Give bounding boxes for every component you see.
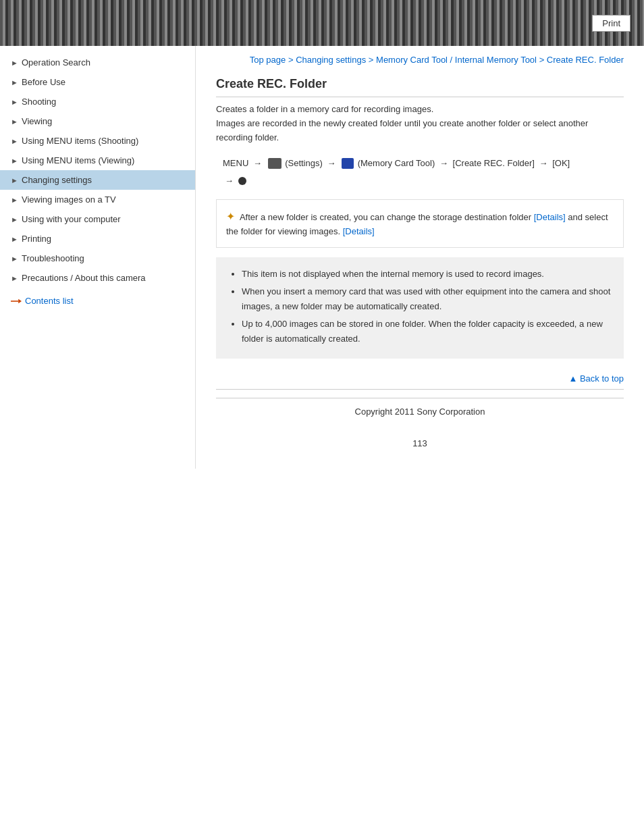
content-area: Top page > Changing settings > Memory Ca… (196, 46, 644, 469)
page-title: Create REC. Folder (216, 77, 624, 97)
sidebar-item-label: Precautions / About this camera (22, 273, 146, 283)
arrow-icon: ► (11, 196, 18, 204)
sidebar-item-label: Operation Search (22, 57, 90, 68)
breadcrumb-sep3: > (539, 55, 547, 65)
sidebar-item-label: Before Use (22, 77, 65, 87)
arrow-icon: ► (11, 215, 18, 224)
print-button[interactable]: Print (592, 15, 630, 32)
menu-path: MENU → (Settings) → (Memory Card Tool) →… (216, 155, 624, 190)
tip-details2-link[interactable]: [Details] (343, 226, 375, 236)
sidebar-item-label: Troubleshooting (22, 253, 84, 263)
arrow-icon: ► (11, 118, 18, 126)
arrow-icon: ► (11, 255, 18, 263)
create-label: [Create REC. Folder] (453, 158, 535, 168)
settings-label: (Settings) (285, 158, 323, 168)
sidebar-item-shooting[interactable]: ► Shooting (0, 92, 195, 111)
sidebar-item-using-computer[interactable]: ► Using with your computer (0, 209, 195, 229)
sidebar-item-before-use[interactable]: ► Before Use (0, 72, 195, 92)
sidebar-item-troubleshooting[interactable]: ► Troubleshooting (0, 249, 195, 268)
memory-icon (342, 158, 354, 169)
note-box: This item is not displayed when the inte… (216, 257, 624, 359)
sidebar-item-label: Using with your computer (22, 214, 121, 224)
sidebar-item-label: Changing settings (22, 175, 92, 185)
description: Creates a folder in a memory card for re… (216, 103, 624, 145)
breadcrumb-changing-settings[interactable]: Changing settings (296, 55, 366, 65)
description-line1: Creates a folder in a memory card for re… (216, 103, 624, 117)
arrow-right-icon: → (225, 176, 236, 186)
main-layout: ► Operation Search ► Before Use ► Shooti… (0, 46, 644, 469)
breadcrumb-sep1: > (288, 55, 296, 65)
sidebar-item-printing[interactable]: ► Printing (0, 229, 195, 249)
footer-divider (216, 389, 624, 398)
menu-label: MENU (223, 158, 248, 168)
sidebar-item-label: Using MENU items (Viewing) (22, 155, 134, 165)
tip-box: ✦ After a new folder is created, you can… (216, 199, 624, 248)
sidebar-item-label: Shooting (22, 97, 56, 107)
sidebar-item-precautions[interactable]: ► Precautions / About this camera (0, 268, 195, 288)
settings-icon (268, 158, 281, 169)
arrow-right-icon: → (539, 158, 551, 168)
sidebar-item-viewing[interactable]: ► Viewing (0, 111, 195, 131)
sidebar-item-label: Using MENU items (Shooting) (22, 136, 138, 146)
arrow-right-icon: → (327, 158, 338, 168)
sidebar-item-using-menu-viewing[interactable]: ► Using MENU items (Viewing) (0, 151, 195, 170)
arrow-icon: ► (11, 59, 18, 67)
sidebar-item-label: Printing (22, 234, 51, 244)
sidebar-item-changing-settings[interactable]: ► Changing settings (0, 170, 195, 190)
note-item: When you insert a memory card that was u… (242, 284, 612, 314)
arrow-icon: ► (11, 137, 18, 145)
tip-details1-link[interactable]: [Details] (534, 212, 566, 222)
arrow-icon: ► (11, 78, 18, 86)
arrow-right-icon: → (253, 158, 265, 168)
breadcrumb: Top page > Changing settings > Memory Ca… (216, 54, 624, 66)
sidebar: ► Operation Search ► Before Use ► Shooti… (0, 46, 196, 469)
contents-list-label: Contents list (25, 296, 74, 306)
note-item: This item is not displayed when the inte… (242, 267, 612, 282)
tip-text: After a new folder is created, you can c… (240, 212, 531, 222)
breadcrumb-top-page[interactable]: Top page (250, 55, 286, 65)
page-number: 113 (216, 425, 624, 455)
arrow-icon: ► (11, 157, 18, 165)
contents-list-arrow-icon (11, 298, 22, 305)
sidebar-item-operation-search[interactable]: ► Operation Search (0, 53, 195, 72)
note-item: Up to 4,000 images can be stored in one … (242, 317, 612, 346)
breadcrumb-current: Create REC. Folder (547, 55, 624, 65)
footer: Copyright 2011 Sony Corporation (216, 398, 624, 425)
memory-label: (Memory Card Tool) (358, 158, 435, 168)
breadcrumb-sep2: > (369, 55, 376, 65)
svg-marker-1 (18, 298, 22, 303)
sidebar-item-label: Viewing (22, 116, 52, 126)
back-to-top-triangle: ▲ (568, 373, 579, 384)
ok-label: [OK] (552, 158, 570, 168)
note-list: This item is not displayed when the inte… (228, 267, 612, 346)
tip-icon: ✦ (226, 211, 235, 222)
sidebar-item-viewing-tv[interactable]: ► Viewing images on a TV (0, 190, 195, 209)
arrow-right-icon: → (439, 158, 451, 168)
arrow-icon: ► (11, 98, 18, 106)
back-to-top: ▲ Back to top (216, 368, 624, 389)
arrow-icon: ► (11, 274, 18, 282)
sidebar-item-label: Viewing images on a TV (22, 194, 116, 205)
sidebar-item-using-menu-shooting[interactable]: ► Using MENU items (Shooting) (0, 131, 195, 151)
contents-list-link[interactable]: Contents list (0, 290, 195, 311)
header-bar: Print (0, 0, 644, 46)
arrow-icon: ► (11, 176, 18, 184)
description-line2: Images are recorded in the newly created… (216, 117, 624, 145)
bullet-icon (238, 177, 246, 185)
arrow-icon: ► (11, 235, 18, 243)
copyright-text: Copyright 2011 Sony Corporation (355, 407, 485, 417)
breadcrumb-memory-tool[interactable]: Memory Card Tool / Internal Memory Tool (376, 55, 537, 65)
back-to-top-link[interactable]: Back to top (580, 373, 624, 384)
